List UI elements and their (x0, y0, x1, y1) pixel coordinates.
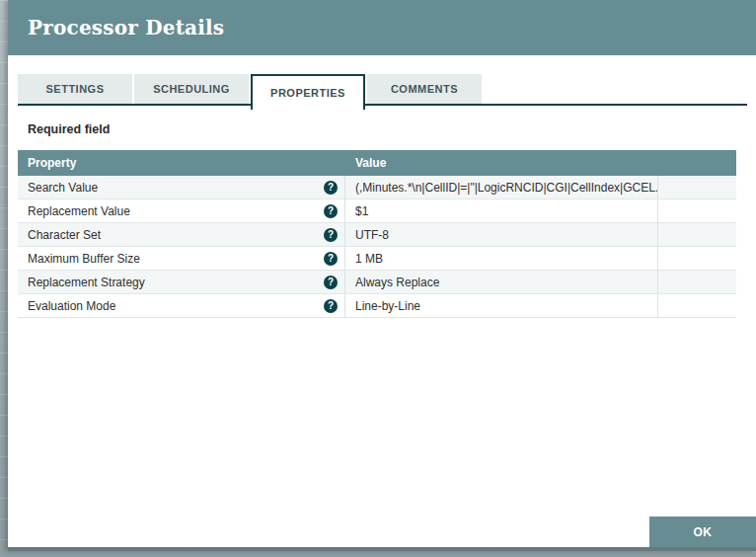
tab-settings[interactable]: SETTINGS (18, 74, 132, 104)
empty-cell (658, 199, 736, 222)
help-icon[interactable]: ? (324, 299, 338, 313)
dialog-titlebar: Processor Details (8, 0, 756, 55)
empty-cell (658, 271, 736, 293)
table-row: Character Set ? UTF-8 (18, 223, 736, 247)
property-value: Line-by-Line (345, 294, 658, 317)
empty-cell (658, 176, 736, 199)
table-header-row: Property Value (18, 150, 736, 176)
tab-properties-label: PROPERTIES (270, 87, 345, 99)
property-value: Always Replace (345, 271, 658, 293)
property-value: UTF-8 (345, 223, 658, 246)
properties-table: Property Value Search Value ? (,Minutes.… (18, 150, 736, 318)
property-value: 1 MB (345, 247, 658, 270)
property-value: $1 (345, 199, 658, 222)
help-icon[interactable]: ? (324, 252, 338, 266)
tab-properties[interactable]: PROPERTIES (251, 74, 365, 110)
property-name: Search Value (28, 181, 98, 195)
table-row: Evaluation Mode ? Line-by-Line (18, 294, 736, 318)
column-header-value: Value (345, 156, 736, 170)
dialog-title: Processor Details (28, 16, 224, 40)
property-name: Replacement Strategy (28, 276, 145, 289)
help-icon[interactable]: ? (324, 204, 338, 218)
ok-button[interactable]: OK (649, 517, 756, 547)
tab-comments-label: COMMENTS (391, 83, 458, 95)
property-value: (,Minutes.*\n|CellID|=|"|LogicRNCID|CGI|… (345, 176, 658, 199)
empty-cell (658, 247, 736, 270)
tab-settings-label: SETTINGS (45, 83, 104, 95)
empty-cell (658, 223, 736, 246)
column-header-property: Property (18, 156, 345, 170)
tab-scheduling-label: SCHEDULING (153, 83, 230, 95)
table-row: Search Value ? (,Minutes.*\n|CellID|=|"|… (18, 176, 736, 199)
tab-comments[interactable]: COMMENTS (367, 74, 482, 104)
tab-bar: SETTINGS SCHEDULING PROPERTIES COMMENTS (18, 74, 747, 110)
property-name: Character Set (28, 228, 101, 242)
processor-details-dialog: Processor Details SETTINGS SCHEDULING PR… (8, 0, 756, 551)
property-name: Replacement Value (28, 204, 130, 218)
property-name: Maximum Buffer Size (28, 252, 140, 266)
help-icon[interactable]: ? (324, 228, 338, 242)
table-row: Replacement Strategy ? Always Replace (18, 271, 736, 294)
help-icon[interactable]: ? (324, 181, 338, 195)
help-icon[interactable]: ? (324, 276, 338, 289)
tab-scheduling[interactable]: SCHEDULING (134, 74, 249, 104)
required-field-label: Required field (28, 122, 110, 136)
table-row: Maximum Buffer Size ? 1 MB (18, 247, 736, 271)
empty-cell (658, 294, 736, 317)
table-row: Replacement Value ? $1 (18, 199, 736, 223)
property-name: Evaluation Mode (28, 299, 115, 313)
